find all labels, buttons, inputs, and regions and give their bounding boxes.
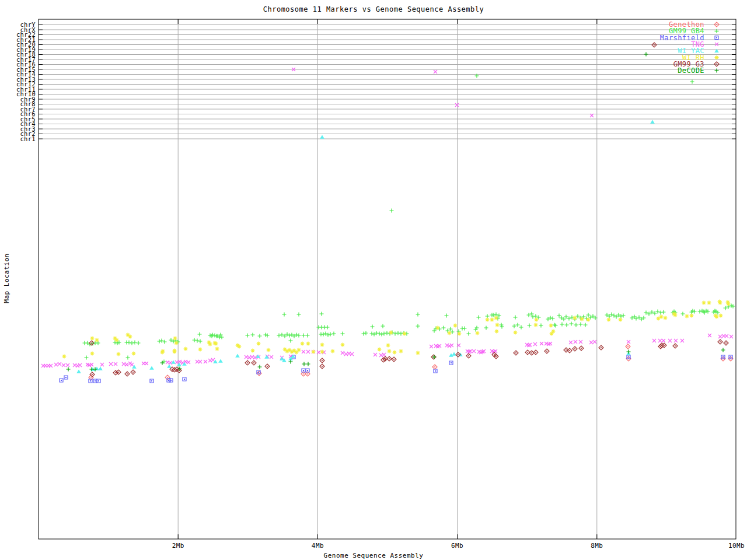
series-decode-point-glyph	[627, 350, 631, 354]
series-tng-point-glyph	[341, 351, 344, 355]
series-gm99-g3-point	[514, 351, 518, 355]
series-tng-point	[341, 351, 344, 355]
series-tng-point	[708, 334, 711, 337]
series-gm99-gb4-point	[258, 334, 262, 338]
series-gm99-g3-point-glyph	[253, 362, 255, 364]
series-wi-rh-point	[306, 342, 310, 346]
series-wi-rh-point-glyph	[198, 348, 203, 352]
series-marshfield-point-glyph	[98, 380, 99, 382]
series-gm99-gb4-point	[584, 323, 588, 327]
series-tng-point	[270, 355, 273, 359]
series-wi-rh-point	[238, 345, 242, 349]
series-gm99-gb4-point-glyph	[539, 324, 543, 328]
series-decode-point	[644, 52, 648, 57]
series-wi-rh-point-glyph	[718, 301, 722, 305]
series-gm99-gb4-point-glyph	[378, 332, 382, 336]
series-wi-rh-point	[580, 317, 584, 321]
series-wi-rh-point	[514, 331, 518, 335]
series-wi-rh-point-glyph	[403, 332, 407, 336]
series-gm99-gb4-point	[198, 332, 202, 337]
series-tng-point-glyph	[204, 360, 207, 363]
series-gm99-gb4-point	[137, 341, 141, 345]
series-gm99-gb4-point	[484, 326, 488, 330]
series-tng-point-glyph	[627, 340, 630, 344]
series-gm99-gb4-point	[390, 209, 394, 213]
series-tng-point-glyph	[382, 353, 386, 356]
series-tng-point-glyph	[187, 360, 190, 364]
series-gm99-gb4-point	[681, 312, 685, 316]
series-gm99-g3-point	[245, 360, 250, 365]
series-wi-yac-point-glyph	[650, 120, 655, 124]
series-wi-rh-point-glyph	[715, 315, 719, 319]
series-wi-yac-point-glyph	[171, 360, 176, 364]
series-wi-rh-point	[715, 315, 719, 319]
series-wi-yac-point-glyph	[167, 365, 172, 368]
series-gm99-gb4-point	[193, 338, 197, 342]
series-gm99-g3-point-glyph	[601, 347, 602, 349]
series-gm99-gb4-point	[364, 331, 368, 335]
series-tng-point	[169, 361, 172, 365]
series-gm99-gb4-point-glyph	[277, 334, 281, 338]
series-tng-point-glyph	[306, 350, 310, 354]
series-gm99-g3-point-glyph	[527, 352, 529, 354]
series-gm99-gb4-point-glyph	[486, 314, 490, 318]
series-genethon-point-glyph	[167, 377, 169, 379]
series-gm99-g3-point	[252, 360, 256, 365]
series-wi-rh-point	[494, 316, 498, 320]
series-wi-rh-point-glyph	[690, 314, 694, 318]
series-wi-rh-point	[184, 347, 188, 351]
x-tick-label-8Mb: 8Mb	[591, 542, 603, 550]
series-gm99-gb4-point-glyph	[385, 331, 389, 335]
series-wi-rh-point-glyph	[132, 352, 136, 356]
legend-marker-marshfield-glyph	[716, 37, 717, 38]
series-wi-rh-point-glyph	[184, 347, 188, 351]
series-tng-point	[66, 363, 69, 367]
series-tng-point	[114, 362, 117, 366]
series-gm99-g3-point	[320, 364, 324, 369]
series-genethon-point-glyph	[434, 366, 436, 368]
series-tng-point-glyph	[680, 339, 684, 342]
series-tng-point-glyph	[662, 339, 665, 342]
series-wi-yac-point	[650, 120, 655, 124]
series-gm99-gb4-point	[326, 326, 330, 330]
series-tng-point-glyph	[169, 361, 172, 365]
series-tng-point-glyph	[145, 362, 148, 365]
series-wi-yac-point	[167, 365, 172, 368]
series-tng-point	[302, 350, 305, 354]
series-wi-rh-point	[378, 348, 382, 352]
series-wi-rh-point	[90, 352, 95, 356]
series-wi-rh-point	[257, 342, 261, 346]
series-wi-rh-point	[198, 348, 203, 352]
series-wi-rh-point	[90, 337, 95, 341]
series-decode-point-glyph	[721, 348, 725, 352]
series-gm99-g3-point-glyph	[725, 342, 727, 344]
series-tng-point-glyph	[574, 340, 577, 344]
series-gm99-gb4-point-glyph	[557, 314, 561, 318]
series-tng-point	[54, 363, 58, 366]
series-gm99-g3-point	[673, 344, 678, 348]
series-wi-rh-point-glyph	[727, 302, 731, 306]
series-tng-point	[382, 353, 386, 356]
series-wi-rh-point	[550, 332, 554, 336]
series-gm99-g3-point-glyph	[535, 352, 537, 354]
series-marshfield-point-glyph	[95, 380, 96, 382]
series-gm99-g3-point-glyph	[247, 362, 249, 364]
series-wi-rh-point	[727, 302, 731, 306]
series-wi-rh-point-glyph	[587, 318, 591, 322]
series-wi-rh-point-glyph	[341, 343, 345, 347]
series-tng-point-glyph	[350, 352, 354, 356]
series-tng-point	[434, 70, 437, 74]
series-gm99-gb4-point-glyph	[297, 313, 301, 317]
series-wi-rh-point-glyph	[416, 351, 420, 355]
series-wi-rh-point-glyph	[117, 352, 121, 356]
series-wi-yac-point	[218, 359, 223, 363]
series-wi-rh-point-glyph	[173, 337, 177, 341]
series-wi-rh-point-glyph	[535, 318, 539, 322]
series-wi-rh-point-glyph	[388, 349, 392, 354]
series-gm99-g3-point-glyph	[389, 358, 390, 360]
series-wi-rh-point-glyph	[301, 342, 305, 346]
series-gm99-gb4-point	[560, 323, 564, 327]
series-tng-point-glyph	[579, 340, 582, 344]
series-wi-rh-point-glyph	[399, 349, 403, 354]
series-gm99-gb4-point	[127, 341, 131, 345]
